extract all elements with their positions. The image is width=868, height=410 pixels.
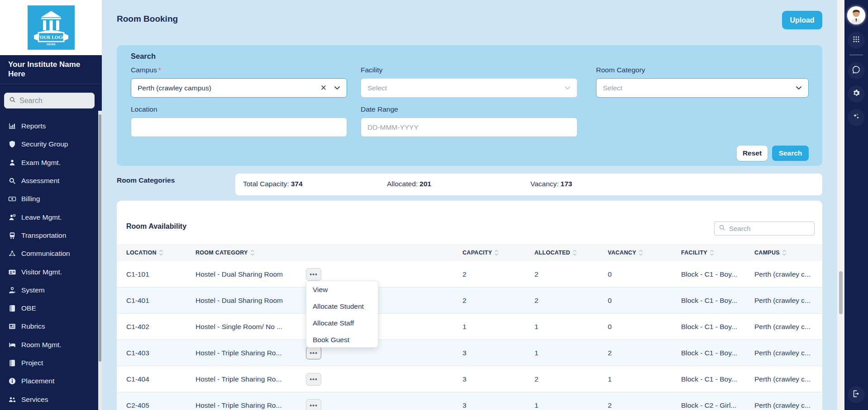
ellipsis-icon: ••• [310, 349, 318, 357]
column-header-room-category[interactable]: ROOM CATEGORY [196, 244, 306, 261]
sort-icon[interactable] [782, 250, 787, 256]
facility-label: Facility [361, 66, 382, 74]
row-actions-button[interactable]: ••• [306, 373, 321, 386]
table-search[interactable] [714, 221, 815, 236]
sidebar-scrollbar[interactable] [98, 111, 102, 410]
table-header-row: LOCATIONROOM CATEGORYCAPACITYALLOCATEDVA… [117, 244, 822, 261]
column-header-vacancy[interactable]: VACANCY [608, 244, 681, 261]
cell-room-category: Hostel - Single Room/ No ... [196, 314, 306, 340]
column-label: ROOM CATEGORY [196, 250, 248, 256]
ellipsis-icon: ••• [310, 271, 318, 278]
institute-logo[interactable]: YOUR LOGO HERE [28, 5, 75, 50]
page-scrollbar-thumb[interactable] [839, 271, 843, 314]
grid-button[interactable] [848, 32, 865, 49]
sidebar-item-label: System [21, 286, 45, 294]
gear-button[interactable] [848, 85, 865, 103]
sidebar-item-exam-mgmt[interactable]: Exam Mgmt. [0, 154, 98, 172]
column-header-campus[interactable]: CAMPUS [754, 244, 822, 261]
sparkles-icon [852, 112, 861, 123]
column-header-allocated[interactable]: ALLOCATED [534, 244, 608, 261]
sidebar-item-reports[interactable]: Reports [0, 117, 98, 135]
sidebar-item-billing[interactable]: Billing [0, 190, 98, 208]
row-actions-button[interactable]: ••• [306, 399, 321, 410]
sidebar-item-label: Assessment [21, 177, 59, 185]
table-row-c1-403: C1-403Hostel - Triple Sharing Ro...•••31… [117, 340, 822, 366]
sidebar-item-label: Rubrics [21, 322, 45, 330]
column-header-location[interactable]: LOCATION [126, 244, 196, 261]
book-icon [8, 359, 16, 367]
location-input[interactable] [131, 118, 347, 137]
sidebar-search-input[interactable] [19, 97, 83, 105]
date-range-input[interactable] [361, 118, 577, 137]
sidebar-item-system[interactable]: System [0, 281, 98, 299]
sidebar-item-project[interactable]: Project [0, 354, 98, 372]
sparkles-button[interactable] [848, 109, 865, 126]
cell-vacancy: 0 [608, 287, 681, 314]
sidebar-item-label: Communication [21, 250, 70, 258]
row-actions-button[interactable]: ••• [306, 347, 321, 359]
row-actions-button[interactable]: ••• [306, 268, 321, 281]
sort-icon[interactable] [639, 250, 643, 256]
room-availability-card: Room Availability LOCATIONROOM CATEGORYC… [117, 201, 822, 410]
cell-vacancy: 1 [608, 366, 681, 392]
cell-room-category: Hostel - Triple Sharing Ro... [196, 392, 306, 410]
column-label: LOCATION [126, 250, 157, 256]
sidebar-item-placement[interactable]: Placement [0, 372, 98, 390]
chevron-down-icon[interactable] [796, 86, 802, 90]
column-header-capacity[interactable]: CAPACITY [463, 244, 534, 261]
table-title: Room Availability [126, 222, 186, 231]
sidebar-scrollbar-thumb[interactable] [99, 114, 101, 362]
facility-select[interactable]: Select [361, 78, 577, 98]
cell-allocated: 2 [534, 366, 608, 392]
cell-capacity: 3 [463, 366, 534, 392]
chevron-down-icon [564, 86, 571, 90]
sort-icon[interactable] [710, 250, 714, 256]
sidebar-item-services[interactable]: Services [0, 390, 98, 408]
search-button[interactable]: Search [772, 146, 809, 161]
sort-icon[interactable] [494, 250, 499, 256]
sidebar-item-visitor-mgmt[interactable]: Visitor Mgmt. [0, 263, 98, 281]
people-icon [8, 396, 16, 404]
sort-icon[interactable] [250, 250, 255, 256]
column-label: ALLOCATED [534, 250, 570, 256]
cell-capacity: 3 [463, 340, 534, 366]
main-content: Room Booking Upload Search Campus* Facil… [102, 0, 837, 410]
column-label: VACANCY [608, 250, 636, 256]
table-search-input[interactable] [729, 225, 801, 232]
sidebar-item-security-group[interactable]: Security Group [0, 135, 98, 153]
sort-icon[interactable] [572, 250, 577, 256]
menu-item-view[interactable]: View [306, 281, 378, 298]
clear-icon[interactable]: ✕ [320, 84, 327, 92]
cell-campus: Perth (crawley c... [754, 314, 822, 340]
sidebar-item-room-mgmt[interactable]: Room Mgmt. [0, 336, 98, 354]
menu-item-allocate-staff[interactable]: Allocate Staff [306, 315, 378, 331]
sidebar-item-assessment[interactable]: Assessment [0, 172, 98, 190]
upload-button[interactable]: Upload [782, 11, 822, 29]
sidebar-item-communication[interactable]: Communication [0, 245, 98, 263]
reset-button[interactable]: Reset [737, 146, 768, 161]
sidebar-item-leave-mgmt[interactable]: Leave Mgmt. [0, 208, 98, 226]
cell-capacity: 2 [463, 287, 534, 314]
room-category-select[interactable]: Select [596, 78, 809, 98]
chat-button[interactable] [848, 62, 865, 79]
column-header-facility[interactable]: FACILITY [681, 244, 754, 261]
magnifier-icon [8, 177, 16, 185]
left-sidebar: YOUR LOGO HERE Your Institute Name Here … [0, 0, 102, 410]
sidebar-item-rubrics[interactable]: Rubrics [0, 317, 98, 335]
chevron-down-icon[interactable] [334, 86, 340, 90]
sidebar-item-obe[interactable]: OBE [0, 299, 98, 317]
campus-label: Campus* [131, 66, 161, 74]
logo-text-1: YOUR LOGO [36, 35, 66, 40]
gear-icon [852, 89, 861, 99]
logout-button[interactable] [848, 386, 865, 403]
cell-facility: Block - C1 - Boy... [681, 366, 754, 392]
campus-select[interactable]: Perth (crawley campus) ✕ [131, 78, 347, 98]
sort-icon[interactable] [159, 250, 163, 256]
page-scrollbar[interactable] [837, 0, 844, 410]
menu-item-allocate-student[interactable]: Allocate Student [306, 298, 378, 315]
sidebar-item-transportation[interactable]: Transportation [0, 226, 98, 245]
cell-room-category: Hostel - Dual Sharing Room [196, 287, 306, 314]
menu-item-book-guest[interactable]: Book Guest [306, 331, 378, 348]
sidebar-search[interactable] [4, 93, 95, 108]
user-avatar[interactable] [847, 6, 865, 24]
